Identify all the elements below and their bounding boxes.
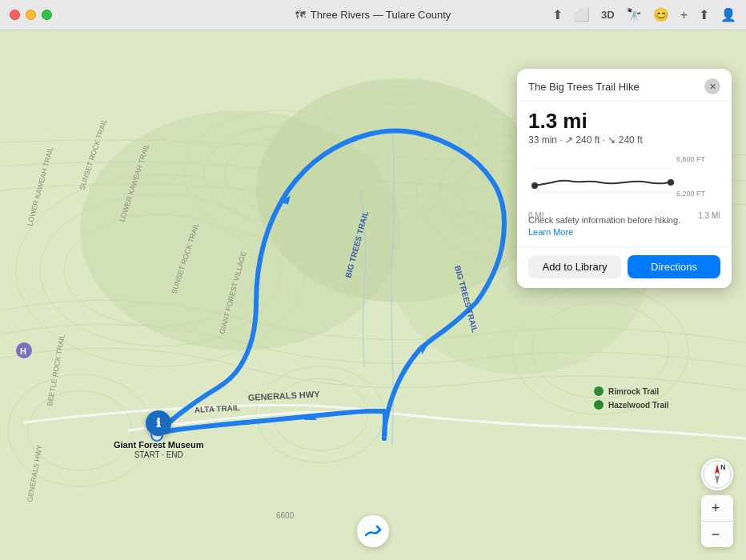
- binoculars-icon[interactable]: 🔭: [626, 7, 642, 22]
- learn-more-link[interactable]: Learn More: [528, 227, 573, 237]
- add-icon[interactable]: +: [680, 8, 688, 22]
- svg-text:6600: 6600: [276, 511, 295, 520]
- share-icon[interactable]: ⬆: [699, 7, 709, 22]
- distance-main: 1.3 mi: [528, 110, 720, 133]
- route-icon-button[interactable]: [357, 515, 389, 547]
- map-view-icon[interactable]: ⬜: [574, 7, 590, 22]
- 3d-label[interactable]: 3D: [601, 9, 615, 21]
- compass-button[interactable]: N: [701, 458, 733, 490]
- face-icon[interactable]: 😊: [653, 7, 669, 22]
- museum-name: Giant Forest Museum: [114, 439, 203, 450]
- zoom-in-button[interactable]: +: [701, 495, 730, 521]
- card-body: 1.3 mi 33 min · ↗ 240 ft · ↘ 240 ft 6,60…: [517, 102, 732, 246]
- traffic-lights: [10, 10, 52, 20]
- museum-marker[interactable]: ℹ Giant Forest Museum START · END: [114, 410, 203, 459]
- map-controls: N + −: [701, 458, 733, 547]
- elevation-labels-x: 0 MI 1.3 MI: [528, 211, 720, 220]
- close-button[interactable]: ✕: [704, 78, 720, 94]
- card-header: The Big Trees Trail Hike ✕: [517, 69, 732, 102]
- map-container[interactable]: GENERALS HWY ALTA TRAIL BIG TREES TRAIL …: [0, 30, 746, 560]
- trail-info-card: The Big Trees Trail Hike ✕ 1.3 mi 33 min…: [517, 69, 732, 288]
- toolbar-right: ⬆ ⬜ 3D 🔭 😊 + ⬆ 👤: [552, 7, 736, 22]
- window-title: Three Rivers — Tulare County: [311, 9, 451, 21]
- card-title: The Big Trees Trail Hike: [528, 81, 640, 93]
- dist-start: 0 MI: [528, 211, 543, 220]
- svg-text:N: N: [720, 463, 726, 471]
- svg-point-37: [594, 386, 604, 396]
- location-icon[interactable]: ⬆: [552, 7, 563, 22]
- elevation-high: 6,600 FT: [676, 155, 706, 163]
- directions-button[interactable]: Directions: [628, 255, 720, 278]
- titlebar: 🗺 Three Rivers — Tulare County ⬆ ⬜ 3D 🔭 …: [0, 0, 746, 30]
- svg-point-38: [594, 400, 604, 410]
- account-icon[interactable]: 👤: [720, 7, 736, 22]
- maximize-dot[interactable]: [42, 10, 52, 20]
- distance-details: 33 min · ↗ 240 ft · ↘ 240 ft: [528, 134, 720, 146]
- map-icon: 🗺: [295, 9, 306, 21]
- zoom-controls: + −: [701, 495, 733, 547]
- card-actions: Add to Library Directions: [517, 246, 732, 288]
- minimize-dot[interactable]: [26, 10, 36, 20]
- dist-end: 1.3 MI: [698, 211, 720, 220]
- svg-text:H: H: [20, 346, 26, 356]
- museum-icon: ℹ: [146, 410, 171, 436]
- elevation-low: 6,200 FT: [676, 190, 706, 198]
- window-title-area: 🗺 Three Rivers — Tulare County: [295, 9, 451, 21]
- add-to-library-button[interactable]: Add to Library: [528, 255, 621, 278]
- elevation-chart: 6,600 FT 6,200 FT 0 MI 1.3 MI: [528, 152, 720, 208]
- close-dot[interactable]: [10, 10, 20, 20]
- svg-text:Rimrock Trail: Rimrock Trail: [608, 387, 660, 396]
- svg-point-43: [668, 179, 674, 186]
- museum-sub: START · END: [134, 450, 183, 459]
- svg-text:Hazelwood Trail: Hazelwood Trail: [608, 401, 669, 410]
- zoom-out-button[interactable]: −: [701, 522, 730, 547]
